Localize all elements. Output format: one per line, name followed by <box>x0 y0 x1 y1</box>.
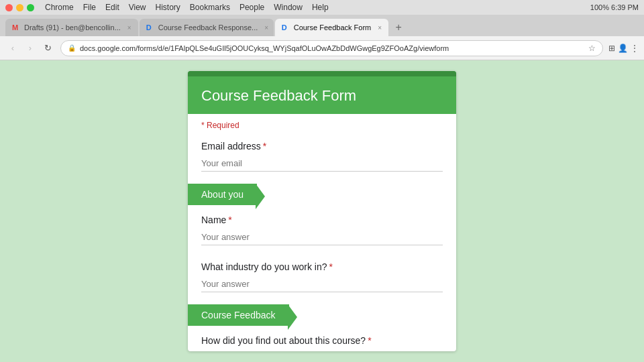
traffic-lights <box>5 4 34 11</box>
name-input[interactable] <box>201 229 443 245</box>
tab-feedback-response[interactable]: D Course Feedback Response... × <box>140 19 274 36</box>
how-find-required-star: * <box>368 335 371 346</box>
menu-history[interactable]: History <box>156 3 180 12</box>
tab-favicon-form: D <box>282 23 290 32</box>
course-feedback-label: Course Feedback <box>201 310 276 320</box>
about-you-section-wrapper: About you Name* What industry do you wor… <box>188 181 456 302</box>
required-text: Required <box>207 121 239 130</box>
address-bar: ‹ › ↻ 🔒 docs.google.com/forms/d/e/1FAlpQ… <box>0 36 644 60</box>
lock-icon: 🔒 <box>68 44 76 52</box>
required-note: * Required <box>188 114 456 134</box>
menu-window[interactable]: Window <box>274 3 303 12</box>
menu-people[interactable]: People <box>239 3 264 12</box>
course-feedback-section-wrapper: Course Feedback How did you find out abo… <box>188 302 456 351</box>
extensions-icon[interactable]: ⊞ <box>608 44 615 53</box>
tab-label-form: Course Feedback Form <box>294 23 372 32</box>
system-icons: 100% 6:39 PM <box>590 3 639 11</box>
maximize-button[interactable] <box>27 4 34 11</box>
tab-close-response[interactable]: × <box>264 24 268 32</box>
nav-buttons: ‹ › ↻ <box>5 41 55 56</box>
name-section: Name* <box>188 208 456 255</box>
menu-file[interactable]: File <box>83 3 96 12</box>
required-star: * <box>201 121 205 130</box>
minimize-button[interactable] <box>16 4 23 11</box>
system-info: 100% 6:39 PM <box>590 3 639 11</box>
how-find-label: How did you find out about this course?* <box>201 335 443 346</box>
menu-chrome[interactable]: Chrome <box>45 3 74 12</box>
back-button[interactable]: ‹ <box>5 41 20 56</box>
address-bar-input[interactable]: 🔒 docs.google.com/forms/d/e/1FAlpQLSe4uG… <box>60 40 603 56</box>
menu-edit[interactable]: Edit <box>105 3 119 12</box>
tab-close-drafts[interactable]: × <box>127 24 131 32</box>
email-required-star: * <box>263 141 266 152</box>
page-content: Course Feedback Form * Required Email ad… <box>0 60 644 362</box>
email-label: Email address* <box>201 141 443 152</box>
form-header: Course Feedback Form <box>188 71 456 114</box>
section-arrow-feedback <box>288 304 297 330</box>
form-container: Course Feedback Form * Required Email ad… <box>188 71 456 351</box>
course-feedback-divider: Course Feedback <box>188 304 289 326</box>
tab-favicon-drafts: M <box>12 23 20 32</box>
profile-icon[interactable]: 👤 <box>618 44 628 53</box>
new-tab-button[interactable]: + <box>390 19 407 36</box>
bookmark-icon[interactable]: ☆ <box>588 44 596 53</box>
about-you-divider: About you <box>188 184 257 205</box>
name-label: Name* <box>201 215 443 225</box>
browser-menu: Chrome File Edit View History Bookmarks … <box>45 3 329 12</box>
tab-label-response: Course Feedback Response... <box>158 23 258 32</box>
refresh-button[interactable]: ↻ <box>40 41 55 56</box>
tab-drafts[interactable]: M Drafts (91) - ben@bencollin... × <box>5 19 138 36</box>
name-required-star: * <box>228 215 231 225</box>
tab-favicon-response: D <box>146 23 154 32</box>
email-section: Email address* <box>188 134 456 181</box>
toolbar-right: ⊞ 👤 ⋮ <box>608 44 639 53</box>
forward-button[interactable]: › <box>23 41 38 56</box>
industry-required-star: * <box>329 261 333 272</box>
settings-icon[interactable]: ⋮ <box>631 44 639 53</box>
tab-close-form[interactable]: × <box>378 24 382 32</box>
email-input[interactable] <box>201 156 443 172</box>
browser-titlebar: Chrome File Edit View History Bookmarks … <box>0 0 644 15</box>
tab-label-drafts: Drafts (91) - ben@bencollin... <box>24 23 121 32</box>
menu-view[interactable]: View <box>129 3 146 12</box>
close-button[interactable] <box>5 4 13 11</box>
section-arrow-about <box>256 184 265 209</box>
tab-feedback-form[interactable]: D Course Feedback Form × <box>275 19 388 36</box>
industry-input[interactable] <box>201 276 443 292</box>
about-you-label: About you <box>201 189 244 200</box>
industry-label: What industry do you work in?* <box>201 261 443 272</box>
address-text: docs.google.com/forms/d/e/1FAlpQLSe4uGIl… <box>80 44 449 52</box>
menu-bookmarks[interactable]: Bookmarks <box>190 3 230 12</box>
form-body: * Required Email address* About you <box>188 114 456 351</box>
how-find-section: How did you find out about this course?* <box>188 328 456 351</box>
form-title: Course Feedback Form <box>201 87 443 105</box>
industry-section: What industry do you work in?* <box>188 255 456 302</box>
tab-bar: M Drafts (91) - ben@bencollin... × D Cou… <box>0 15 644 36</box>
address-icons: ☆ <box>588 44 596 53</box>
menu-help[interactable]: Help <box>312 3 329 12</box>
